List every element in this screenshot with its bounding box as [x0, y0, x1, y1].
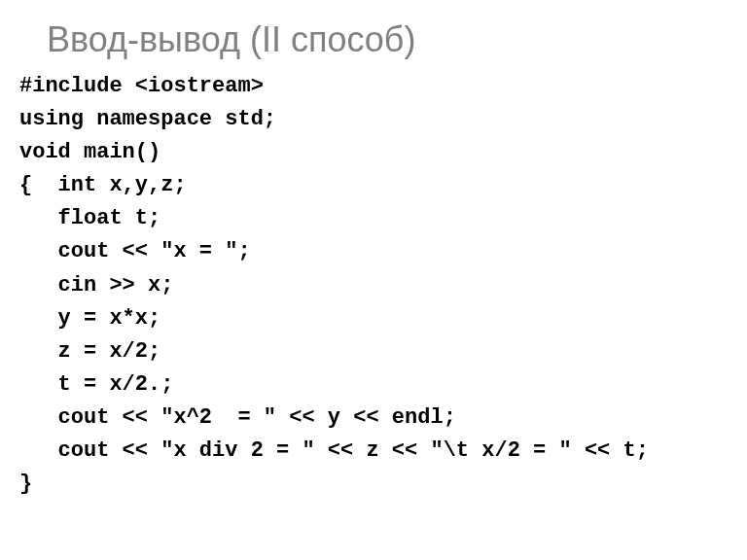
code-line-1: #include <iostream> [19, 70, 728, 103]
code-line-6: cout << "x = "; [19, 235, 728, 268]
code-line-4: { int x,y,z; [19, 169, 728, 202]
code-line-9: z = x/2; [19, 335, 728, 368]
code-line-8: y = x*x; [19, 302, 728, 335]
code-line-2: using namespace std; [19, 103, 728, 136]
code-block: #include <iostream> using namespace std;… [19, 70, 728, 501]
code-line-3: void main() [19, 136, 728, 169]
code-line-7: cin >> x; [19, 269, 728, 302]
code-line-10: t = x/2.; [19, 368, 728, 402]
code-line-5: float t; [19, 202, 728, 235]
code-line-13: } [19, 468, 728, 501]
code-line-11: cout << "x^2 = " << y << endl; [19, 402, 728, 435]
code-line-12: cout << "x div 2 = " << z << "\t x/2 = "… [19, 435, 728, 468]
slide-title: Ввод-вывод (II способ) [47, 19, 728, 60]
